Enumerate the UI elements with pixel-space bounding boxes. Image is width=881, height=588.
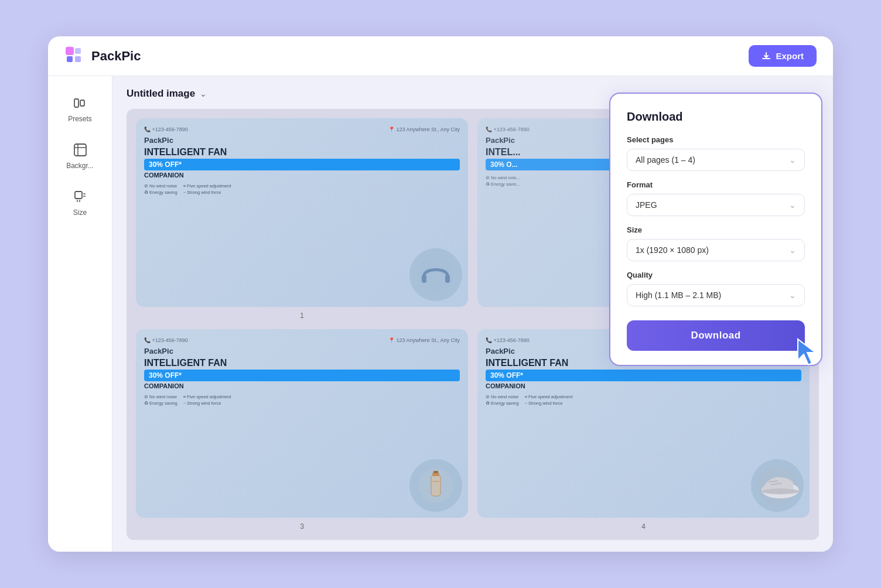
background-label: Backgr... xyxy=(66,162,94,170)
svg-rect-2 xyxy=(75,56,81,62)
pages-chevron-icon: ⌄ xyxy=(789,155,796,165)
card-3-page: 3 xyxy=(300,522,304,531)
quality-label: Quality xyxy=(627,271,805,279)
quality-chevron-icon: ⌄ xyxy=(789,290,796,300)
size-label: Size xyxy=(73,208,87,217)
svg-rect-16 xyxy=(445,275,450,283)
svg-rect-15 xyxy=(422,275,426,283)
pages-select[interactable]: All pages (1 – 4) ⌄ xyxy=(627,149,805,171)
download-button[interactable]: Download xyxy=(627,320,805,351)
svg-rect-20 xyxy=(433,471,438,473)
background-icon xyxy=(72,142,88,158)
sidebar-item-background[interactable]: Backgr... xyxy=(56,135,104,177)
format-select[interactable]: JPEG ⌄ xyxy=(627,194,805,216)
size-select[interactable]: 1x (1920 × 1080 px) ⌄ xyxy=(627,239,805,261)
card-wrapper-1: 📞 +123-456-7890 📍 123 Anywhere St., Any … xyxy=(136,118,468,320)
download-panel-title: Download xyxy=(627,110,805,124)
presets-icon xyxy=(72,95,88,111)
main-content: Presets Backgr... xyxy=(48,76,833,552)
download-panel: Download Select pages All pages (1 – 4) … xyxy=(610,94,821,365)
svg-rect-0 xyxy=(66,47,74,55)
export-icon xyxy=(762,52,771,61)
quality-select[interactable]: High (1.1 MB – 2.1 MB) ⌄ xyxy=(627,284,805,306)
packpic-logo-icon xyxy=(64,46,86,67)
svg-rect-5 xyxy=(80,100,84,106)
canvas-area: Untitled image ⌄ 📞 +123-456-7890 📍 123 A… xyxy=(112,76,833,552)
logo-area: PackPic xyxy=(64,46,141,67)
svg-rect-6 xyxy=(74,144,86,156)
app-window: PackPic Export Presets xyxy=(48,36,833,552)
presets-label: Presets xyxy=(68,115,92,123)
card-wrapper-3: 📞 +123-456-7890 📍 123 Anywhere St., Any … xyxy=(136,329,468,531)
svg-rect-4 xyxy=(74,99,78,107)
svg-point-24 xyxy=(762,488,799,494)
svg-rect-21 xyxy=(432,481,439,482)
svg-rect-18 xyxy=(431,475,440,496)
size-chevron-icon: ⌄ xyxy=(789,245,796,255)
size-icon xyxy=(72,189,88,205)
format-chevron-icon: ⌄ xyxy=(789,200,796,210)
canvas-title-chevron[interactable]: ⌄ xyxy=(200,89,207,98)
svg-rect-1 xyxy=(67,56,73,62)
card-1-page: 1 xyxy=(300,312,304,320)
svg-rect-9 xyxy=(75,192,82,199)
card-4-page: 4 xyxy=(641,522,646,531)
sidebar-item-size[interactable]: Size xyxy=(56,182,104,224)
svg-rect-3 xyxy=(75,48,81,54)
size-label: Size xyxy=(627,225,805,234)
select-pages-label: Select pages xyxy=(627,135,805,144)
format-label: Format xyxy=(627,180,805,189)
sidebar-item-presets[interactable]: Presets xyxy=(56,88,104,130)
header: PackPic Export xyxy=(48,36,833,76)
app-name: PackPic xyxy=(91,49,141,64)
canvas-title: Untitled image xyxy=(127,88,195,100)
export-button[interactable]: Export xyxy=(749,45,817,67)
card-1[interactable]: 📞 +123-456-7890 📍 123 Anywhere St., Any … xyxy=(136,118,468,307)
card-3[interactable]: 📞 +123-456-7890 📍 123 Anywhere St., Any … xyxy=(136,329,468,518)
sidebar: Presets Backgr... xyxy=(48,76,112,552)
svg-marker-25 xyxy=(798,339,815,365)
cursor-arrow-icon xyxy=(793,338,822,367)
